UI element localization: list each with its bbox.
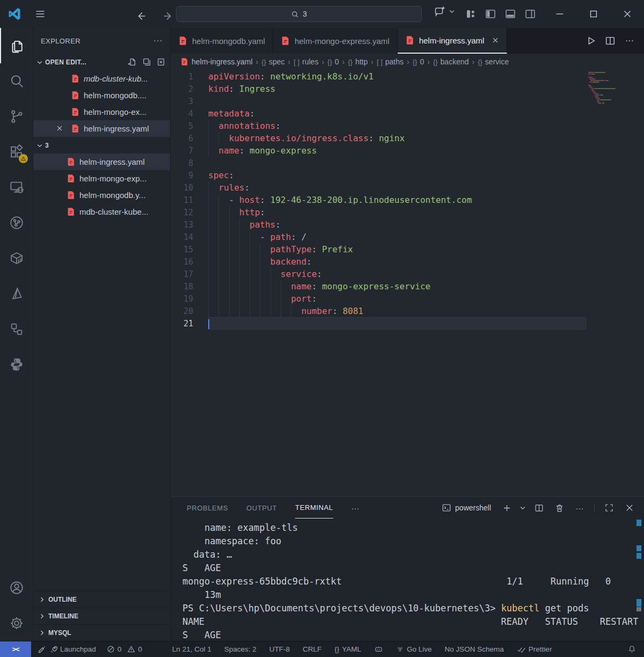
toggle-primary-sidebar-icon[interactable] [481,5,500,23]
panel-tab-problems[interactable]: PROBLEMS [187,497,228,519]
copilot-button[interactable] [434,5,455,18]
python-icon[interactable] [0,347,33,382]
breadcrumb-item[interactable]: {}service [478,57,509,66]
panel-tab-terminal[interactable]: TERMINAL [295,497,333,519]
prettier-status[interactable]: Prettier [517,645,552,653]
open-editor-item[interactable]: mdb-cluster-kub... [33,70,170,87]
go-live-button[interactable]: Go Live [396,645,432,653]
file-item[interactable]: mdb-cluster-kube... [33,203,170,220]
forward-arrow-icon[interactable] [159,7,177,25]
run-file-icon[interactable] [583,33,599,49]
panel-tab-output[interactable]: OUTPUT [246,497,277,519]
code-line[interactable]: 7name: mongo-express [171,144,644,157]
toggle-secondary-sidebar-icon[interactable] [521,5,539,23]
open-editor-item[interactable]: helm-ingress.yaml [33,120,170,137]
layout-controls-icon[interactable] [462,5,480,23]
minimap[interactable] [588,72,638,106]
terminal-shell-selector[interactable]: powershell [442,503,491,513]
source-control-icon[interactable] [0,99,33,134]
terminal-output[interactable]: name: example-tls namespace: foo data: …… [171,519,644,641]
save-all-icon[interactable] [142,57,151,67]
circle-branch-icon[interactable] [0,205,33,240]
explorer-icon[interactable] [0,28,33,63]
encoding-indicator[interactable]: UTF-8 [269,645,290,653]
breadcrumb-item[interactable]: {}0 [413,57,424,66]
file-item[interactable]: helm-ingress.yaml [33,154,170,170]
code-line[interactable]: 14- path: / [171,231,644,243]
panel-more-actions-icon[interactable]: ··· [570,499,589,517]
close-panel-icon[interactable] [620,499,639,517]
search-sidebar-icon[interactable] [0,63,33,99]
eol-indicator[interactable]: CRLF [303,645,321,653]
settings-gear-icon[interactable] [0,605,33,641]
code-line[interactable]: 8 [171,157,644,169]
close-icon[interactable] [492,36,499,44]
code-line[interactable]: 15pathType: Prefix [171,243,644,256]
new-terminal-icon[interactable] [497,499,516,517]
copilot-status-icon[interactable] [374,645,383,654]
prisma-icon[interactable] [0,276,33,311]
breadcrumb-item[interactable]: {}backend [433,57,469,66]
breadcrumb-item[interactable]: helm-ingress.yaml [180,57,253,66]
code-line[interactable]: 19port: [171,293,644,305]
maximize-panel-icon[interactable] [600,499,618,517]
problems-status[interactable]: 0 0 [107,645,142,653]
code-line[interactable]: 4metadata: [171,107,644,120]
json-schema-status[interactable]: No JSON Schema [445,645,504,653]
minimize-button[interactable] [543,0,576,28]
code-line[interactable]: 2kind: Ingress [171,83,644,95]
line-col-indicator[interactable]: Ln 21, Col 1 [172,645,211,653]
open-editor-item[interactable]: helm-mongo-ex... [33,104,170,120]
split-terminal-icon[interactable] [530,499,548,517]
code-line[interactable]: 9spec: [171,169,644,181]
file-item[interactable]: helm-mongo-exp... [33,170,170,187]
kill-terminal-icon[interactable] [550,499,568,517]
code-line[interactable]: 10rules: [171,181,644,194]
language-mode[interactable]: {} YAML [334,645,361,653]
code-line[interactable]: 21 [171,317,644,330]
breadcrumb-item[interactable]: {}http [348,57,368,66]
sidebar-section-timeline[interactable]: TIMELINE [33,608,170,624]
code-line[interactable]: 6kubernetes.io/ingress.class: nginx [171,132,644,144]
code-line[interactable]: 16backend: [171,256,644,268]
editor-tab[interactable]: helm-mongo-express.yaml [273,28,398,54]
open-editors-header[interactable]: OPEN EDIT... [33,54,170,70]
code-line[interactable]: 3 [171,95,644,107]
code-editor[interactable]: 1apiVersion: networking.k8s.io/v12kind: … [171,70,644,497]
panel-more-tabs-icon[interactable]: ··· [352,503,360,513]
account-icon[interactable] [0,570,33,605]
notifications-bell-icon[interactable] [627,645,636,654]
editor-more-actions-icon[interactable]: ··· [621,33,638,49]
extensions-icon[interactable] [0,134,33,170]
code-line[interactable]: 17service: [171,268,644,280]
maximize-button[interactable] [576,0,610,28]
new-untitled-file-icon[interactable] [128,57,137,67]
close-icon[interactable] [56,125,63,132]
code-line[interactable]: 11- host: 192-46-238-200.ip.linodeuserco… [171,194,644,206]
code-line[interactable]: 13paths: [171,218,644,231]
menu-hamburger-icon[interactable] [34,9,46,19]
remote-indicator[interactable]: >< [0,641,31,657]
code-line[interactable]: 5annotations: [171,120,644,132]
code-line[interactable]: 20number: 8081 [171,305,644,317]
close-all-editors-icon[interactable] [157,57,166,67]
explorer-more-actions-icon[interactable]: ··· [153,36,163,46]
breadcrumb-item[interactable]: [ ]rules [294,57,318,66]
breadcrumb-item[interactable]: [ ]paths [377,57,404,66]
sidebar-section-mysql[interactable]: MYSQL [33,624,170,641]
breadcrumb-item[interactable]: {}0 [327,57,339,66]
indentation-indicator[interactable]: Spaces: 2 [224,645,257,653]
breadcrumb-item[interactable]: {}spec [261,57,284,66]
sidebar-section-outline[interactable]: OUTLINE [33,591,170,608]
linked-squares-icon[interactable] [0,311,33,347]
close-window-button[interactable] [610,0,644,28]
command-center-search[interactable]: 3 [176,6,422,22]
file-item[interactable]: helm-mongodb.y... [33,187,170,203]
code-line[interactable]: 18name: mongo-express-service [171,280,644,293]
remote-explorer-icon[interactable] [0,170,33,205]
editor-tab[interactable]: helm-mongodb.yaml [171,28,273,54]
toggle-panel-icon[interactable] [501,5,519,23]
code-line[interactable]: 1apiVersion: networking.k8s.io/v1 [171,70,644,83]
folder-section-header[interactable]: 3 [33,137,170,154]
code-line[interactable]: 12http: [171,206,644,218]
